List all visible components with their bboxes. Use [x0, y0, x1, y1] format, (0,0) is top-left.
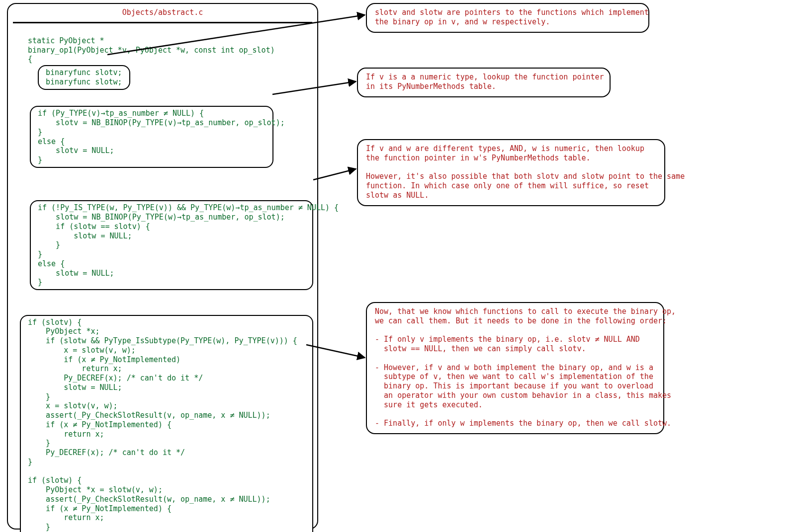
- code-block-dispatch: if (slotv) { PyObject *x; if (slotw && P…: [20, 315, 313, 532]
- arrow-slotw-to-anno3: [313, 169, 356, 180]
- code-block-slotv-lookup: if (Py_TYPE(v)→tp_as_number ≠ NULL) { sl…: [30, 106, 273, 168]
- annotation-slotv-slotw: slotv and slotw are pointers to the func…: [366, 3, 649, 33]
- code-line: static PyObject *: [28, 36, 104, 45]
- code-panel: Objects/abstract.c static PyObject * bin…: [7, 3, 318, 530]
- title-divider: [13, 22, 312, 23]
- code-block-slotw-lookup: if (!Py_IS_TYPE(w, Py_TYPE(v)) && Py_TYP…: [30, 200, 313, 290]
- code-block-slot-decls: binaryfunc slotv; binaryfunc slotw;: [38, 65, 130, 90]
- code-body: static PyObject * binary_op1(PyObject *v…: [28, 27, 308, 532]
- annotation-w-numeric: If v and w are different types, AND, w i…: [357, 139, 665, 206]
- file-title: Objects/abstract.c: [13, 8, 312, 17]
- code-line: binary_op1(PyObject *v, PyObject *w, con…: [28, 46, 275, 55]
- diagram-canvas: Objects/abstract.c static PyObject * bin…: [0, 0, 797, 532]
- annotation-dispatch: Now, that we know which functions to cal…: [366, 302, 664, 434]
- annotation-v-numeric: If v is a a numeric type, lookup the fun…: [357, 68, 611, 97]
- code-line: {: [28, 55, 32, 64]
